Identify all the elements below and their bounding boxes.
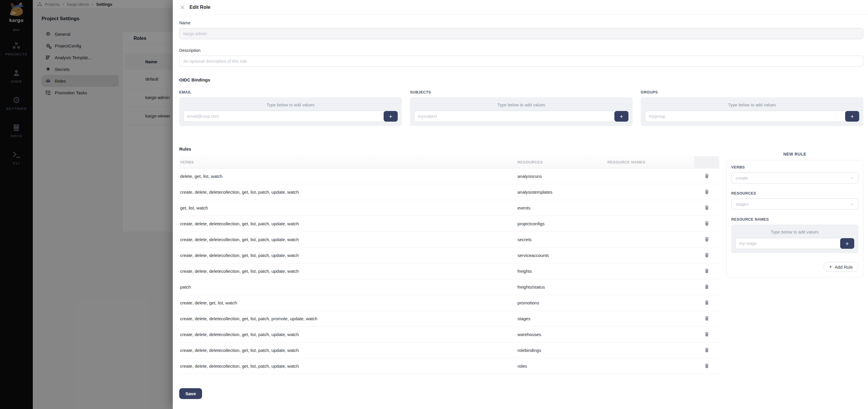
trash-icon [704, 221, 710, 227]
delete-rule-button[interactable] [704, 173, 710, 180]
delete-rule-button[interactable] [704, 347, 710, 354]
add-rule-label: Add Rule [835, 265, 853, 269]
drawer-title: Edit Role [189, 4, 211, 10]
trash-icon [704, 173, 710, 180]
email-hint: Type below to add values [183, 100, 398, 111]
delete-rule-button[interactable] [704, 189, 710, 196]
trash-icon [704, 300, 710, 306]
subject-input[interactable] [414, 111, 628, 122]
resource-name-input[interactable] [735, 238, 854, 249]
add-group-button[interactable]: + [845, 111, 859, 122]
plus-icon: + [620, 113, 623, 120]
delete-rule-button[interactable] [704, 221, 710, 227]
delete-rule-button[interactable] [704, 252, 710, 259]
rule-resource: roles [518, 363, 608, 369]
verbs-column-header: VERBS [179, 160, 518, 164]
groups-label: GROUPS [641, 90, 863, 94]
rules-table-header: VERBS RESOURCES RESOURCE NAMES [179, 156, 720, 169]
drawer-body: Name Description OIDC Bindings EMAIL Typ… [173, 14, 868, 399]
add-subject-button[interactable]: + [614, 111, 628, 122]
rule-verbs: create, delete, deletecollection, get, l… [179, 316, 518, 321]
trash-icon [704, 252, 710, 259]
delete-rule-button[interactable] [704, 316, 710, 322]
rule-row: create, delete, deletecollection, get, l… [179, 311, 720, 327]
subjects-hint: Type below to add values [414, 100, 628, 111]
rule-verbs: create, delete, deletecollection, get, l… [179, 253, 518, 258]
rule-row: delete, get, list, watch analysisruns [179, 169, 720, 184]
add-email-button[interactable]: + [384, 111, 398, 122]
rule-row: create, delete, get, list, watch promoti… [179, 295, 720, 311]
resource-names-panel: Type below to add values + [731, 225, 858, 253]
rule-resource: analysistemplates [518, 189, 608, 195]
plus-icon: + [389, 113, 393, 120]
close-icon[interactable] [180, 5, 185, 10]
subjects-values-panel: Type below to add values + [410, 97, 632, 126]
rule-resource: analysisruns [518, 174, 608, 179]
rule-resource: projectconfigs [518, 221, 608, 226]
verbs-select[interactable]: create [731, 172, 858, 183]
rules-table-body: delete, get, list, watch analysisruns cr… [179, 169, 720, 374]
rule-row: get, list, watch events [179, 200, 720, 216]
add-resource-name-button[interactable]: + [840, 238, 854, 249]
groups-values-panel: Type below to add values + [641, 97, 863, 126]
drawer-header: Edit Role [173, 0, 868, 14]
groups-hint: Type below to add values [645, 100, 859, 111]
rule-resource: promotions [518, 300, 608, 305]
oidc-bindings-title: OIDC Bindings [179, 77, 863, 82]
trash-icon [704, 236, 710, 243]
drawer-overlay-mask[interactable] [0, 0, 173, 409]
rule-row: create, delete, deletecollection, get, l… [179, 184, 720, 200]
new-rule-resources-label: RESOURCES [731, 191, 858, 196]
trash-icon [704, 284, 710, 290]
trash-icon [704, 189, 710, 196]
description-label: Description [179, 48, 863, 53]
oidc-bindings-grid: EMAIL Type below to add values + SUBJECT… [179, 90, 863, 126]
description-field[interactable] [179, 56, 863, 67]
plus-icon: + [850, 113, 854, 120]
rule-row: create, delete, deletecollection, get, l… [179, 327, 720, 343]
rule-row: patch freights/status [179, 279, 720, 295]
oidc-groups-column: GROUPS Type below to add values + [641, 90, 863, 126]
rule-resource: warehouses [518, 332, 608, 337]
email-input[interactable] [183, 111, 398, 122]
rule-verbs: create, delete, deletecollection, get, l… [179, 363, 518, 369]
delete-rule-button[interactable] [704, 236, 710, 243]
trash-icon [704, 363, 710, 370]
actions-column-header [694, 156, 719, 168]
rule-verbs: create, delete, deletecollection, get, l… [179, 269, 518, 274]
resource-names-hint: Type below to add values [735, 227, 854, 238]
add-rule-button[interactable]: + Add Rule [824, 262, 858, 272]
subjects-label: SUBJECTS [410, 90, 632, 94]
plus-icon: + [829, 264, 832, 270]
oidc-email-column: EMAIL Type below to add values + [179, 90, 402, 126]
rule-resource: stages [518, 316, 608, 321]
delete-rule-button[interactable] [704, 268, 710, 274]
rule-verbs: create, delete, get, list, watch [179, 300, 518, 305]
rule-row: create, delete, deletecollection, get, l… [179, 247, 720, 263]
delete-rule-button[interactable] [704, 331, 710, 338]
name-label: Name [179, 21, 863, 25]
rule-resource: freights [518, 269, 608, 274]
resources-select[interactable]: stages [731, 198, 858, 209]
rule-verbs: create, delete, deletecollection, get, l… [179, 189, 518, 195]
rules-section: Rules VERBS RESOURCES RESOURCE NAMES del… [179, 146, 863, 374]
delete-rule-button[interactable] [704, 300, 710, 306]
group-input[interactable] [645, 111, 859, 122]
trash-icon [704, 331, 710, 338]
rule-verbs: patch [179, 285, 518, 289]
delete-rule-button[interactable] [704, 284, 710, 290]
new-rule-title: NEW RULE [726, 152, 863, 156]
rule-row: create, delete, deletecollection, get, l… [179, 263, 720, 279]
save-button[interactable]: Save [179, 388, 202, 399]
new-rule-panel: NEW RULE VERBS create RESOURCES stages [726, 146, 863, 374]
rule-resource: events [518, 205, 608, 210]
delete-rule-button[interactable] [704, 205, 710, 211]
new-rule-resource-names-label: RESOURCE NAMES [731, 217, 858, 222]
email-label: EMAIL [179, 90, 402, 94]
oidc-subjects-column: SUBJECTS Type below to add values + [410, 90, 632, 126]
trash-icon [704, 316, 710, 322]
email-values-panel: Type below to add values + [179, 97, 402, 126]
rule-row: create, delete, deletecollection, get, l… [179, 216, 720, 232]
delete-rule-button[interactable] [704, 363, 710, 370]
name-field[interactable] [179, 28, 863, 39]
